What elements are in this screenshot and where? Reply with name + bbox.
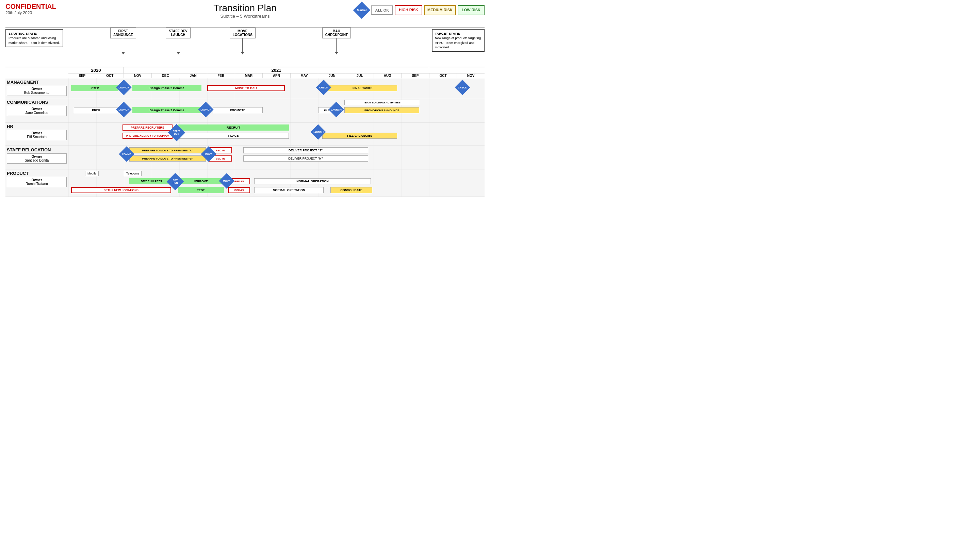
management-workstream: MANAGEMENT Owner Bob Sacramento: [5, 78, 485, 98]
sr-deliver-n-bar: DELIVER PROJECT "N": [243, 156, 368, 162]
comms-team-building-bar: TEAM BUILDING ACTIVITIES: [344, 100, 419, 105]
month-oct: OCT: [96, 73, 124, 78]
target-state-text: New range of products targeting APAC. Te…: [435, 36, 481, 49]
starting-state-text: Products are outdated and losing market …: [8, 36, 60, 44]
main-content: STARTING STATE: Products are outdated an…: [0, 27, 490, 197]
legend-all-ok: ALL OK: [371, 5, 393, 15]
mgmt-final-tasks-bar: FINAL TASKS: [328, 85, 397, 91]
target-state-box: TARGET STATE: New range of products targ…: [432, 29, 485, 52]
month-year-header: 2020 2021 SEP OCT NOV DEC JAN FEB MAR AP…: [5, 67, 485, 78]
staff-relocation-timeline: PREPARE TO MOVE TO PREMISES "A" BED-IN D…: [68, 146, 485, 169]
months-row: SEP OCT NOV DEC JAN FEB MAR APR MAY JUN …: [68, 73, 485, 78]
mgmt-launch-diamond: LAUNCH: [116, 79, 131, 95]
hr-workstream: HR Owner Effi Smartato: [5, 122, 485, 146]
milestone-staff-dev: STAFF DEVLAUNCH: [166, 27, 191, 54]
month-jun: JUN: [318, 73, 346, 78]
staff-relocation-owner-box: Owner Santiago Bonita: [7, 153, 67, 164]
product-normal-op-2-bar: NORMAL OPERATION: [254, 187, 324, 193]
year-2021: 2021: [124, 67, 429, 73]
staff-relocation-label-col: STAFF RELOCATION Owner Santiago Bonita: [5, 146, 68, 169]
legend-area: Marker ALL OK HIGH RISK MEDIUM RISK LOW …: [354, 3, 485, 18]
header: CONFIDENTIAL 20th July 2020 Transition P…: [0, 0, 490, 27]
legend-low-risk: LOW RISK: [458, 5, 485, 15]
product-owner-title: Owner: [31, 178, 42, 182]
hr-recruit-bar: RECRUIT: [178, 124, 289, 130]
product-owner-name: Rumbi Tratano: [25, 182, 48, 186]
product-normal-op-1-bar: NORMAL OPERATION: [254, 178, 371, 184]
product-label-col: PRODUCT Owner Rumbi Tratano: [5, 169, 68, 197]
month-sep: SEP: [68, 73, 96, 78]
product-improve-bar: IMPROVE: [178, 178, 224, 184]
management-timeline: PREP Design Phase 2 Comms MOVE TO BAU FI…: [68, 78, 485, 98]
product-setup-bar: SETUP NEW LOCATIONS: [71, 187, 171, 193]
month-sep2: SEP: [401, 73, 430, 78]
management-section-label: MANAGEMENT: [7, 79, 67, 85]
milestones-area: STARTING STATE: Products are outdated an…: [5, 27, 485, 67]
year-blank: [429, 67, 485, 73]
sr-deliver-2-bar: DELIVER PROJECT "2": [243, 147, 368, 153]
starting-state-label: STARTING STATE:: [8, 32, 37, 35]
marker-label: Marker: [357, 8, 367, 12]
product-move-diamond: MOVE: [219, 173, 234, 189]
communications-workstream: COMMUNICATIONS Owner Jane Cornelius: [5, 98, 485, 122]
product-bedin-2-bar: BED-IN: [228, 187, 250, 193]
hr-owner-title: Owner: [31, 131, 42, 135]
month-may: MAY: [291, 73, 318, 78]
title-section: Transition Plan Subtitle – 5 Workstreams: [213, 3, 277, 19]
month-oct2: OCT: [430, 73, 457, 78]
confidential-label: CONFIDENTIAL: [5, 3, 56, 11]
timeline-milestones: FIRSTANNOUNCE STAFF DEVLAUNCH MOVELOCATI…: [68, 27, 485, 67]
management-owner-name: Bob Sacramento: [24, 91, 50, 95]
comms-launch-diamond-2: LAUNCH: [198, 102, 213, 117]
comms-promote-bar: PROMOTE: [213, 107, 263, 113]
month-jan: JAN: [179, 73, 207, 78]
staff-relocation-section-label: STAFF RELOCATION: [7, 147, 67, 152]
milestone-flag-1: FIRSTANNOUNCE: [110, 27, 136, 38]
legend-high-risk: HIGH RISK: [395, 5, 422, 15]
communications-owner-name: Jane Cornelius: [25, 111, 48, 114]
product-test-bar: TEST: [178, 187, 224, 193]
sr-prep-a-bar: PREPARE TO MOVE TO PREMISES "A": [129, 147, 205, 153]
month-apr: APR: [263, 73, 291, 78]
milestone-first-announce: FIRSTANNOUNCE: [110, 27, 136, 54]
sr-prep-b-bar: PREPARE TO MOVE TO PREMISES "B": [129, 156, 205, 162]
hr-prepare-recruiters-bar: PREPARE RECRUITERS: [123, 124, 172, 130]
hr-label-col: HR Owner Effi Smartato: [5, 122, 68, 146]
product-owner-box: Owner Rumbi Tratano: [7, 177, 67, 187]
management-label-col: MANAGEMENT Owner Bob Sacramento: [5, 78, 68, 98]
staff-relocation-workstream: STAFF RELOCATION Owner Santiago Bonita: [5, 146, 485, 169]
month-dec: DEC: [152, 73, 180, 78]
milestone-flag-2: STAFF DEVLAUNCH: [166, 27, 191, 38]
communications-section-label: COMMUNICATIONS: [7, 100, 67, 105]
milestone-flag-4: BAUCHECKPOINT: [322, 27, 351, 38]
main-title: Transition Plan: [213, 3, 277, 14]
date-label: 20th July 2020: [5, 11, 56, 15]
hr-owner-box: Owner Effi Smartato: [7, 130, 67, 140]
product-workstream: PRODUCT Owner Rumbi Tratano: [5, 169, 485, 197]
confidential-section: CONFIDENTIAL 20th July 2020: [5, 3, 56, 15]
month-feb: FEB: [207, 73, 235, 78]
product-section-label: PRODUCT: [7, 171, 67, 176]
comms-prep-bar: PREP: [74, 107, 118, 113]
product-telecoms-callout: Telecoms: [124, 171, 142, 176]
month-mar: MAR: [235, 73, 263, 78]
management-owner-box: Owner Bob Sacramento: [7, 86, 67, 96]
hr-fill-vacancies-bar: FILL VACANCIES: [322, 133, 397, 139]
communications-timeline: TEAM BUILDING ACTIVITIES PREP Design Pha…: [68, 98, 485, 122]
staff-relocation-owner-title: Owner: [31, 155, 42, 159]
staff-relocation-owner-name: Santiago Bonita: [25, 159, 49, 162]
hr-section-label: HR: [7, 124, 67, 129]
year-2020: 2020: [68, 67, 124, 73]
milestone-move-locations: MOVELOCATIONS: [230, 27, 256, 54]
month-jul: JUL: [346, 73, 374, 78]
target-state-label: TARGET STATE:: [435, 32, 460, 35]
communications-owner-title: Owner: [31, 107, 42, 111]
comms-launch-diamond-1: LAUNCH: [116, 102, 131, 117]
product-consolidate-bar: CONSOLIDATE: [331, 187, 372, 193]
mgmt-move-bau-bar: MOVE TO BAU: [207, 85, 285, 91]
mgmt-prep-bar: PREP: [71, 85, 118, 91]
mgmt-design-bar: Design Phase 2 Comms: [132, 85, 202, 91]
hr-timeline: PREPARE RECRUITERS RECRUIT PREPARE AGENC…: [68, 122, 485, 146]
product-timeline: Mobile Telecoms DRY RUN PREP IMPROVE BED…: [68, 169, 485, 197]
month-nov: NOV: [124, 73, 152, 78]
